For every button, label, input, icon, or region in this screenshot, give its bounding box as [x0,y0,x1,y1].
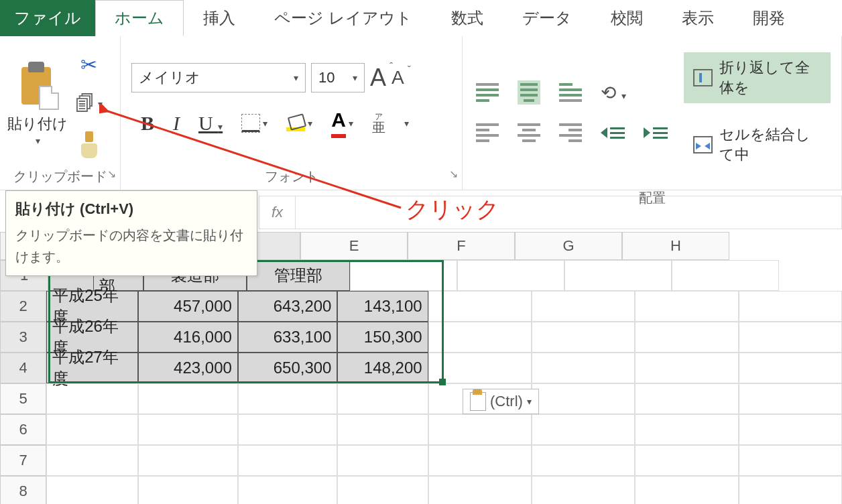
dialog-launcher-icon[interactable]: ↘ [449,168,458,180]
cell[interactable] [532,322,635,353]
cell[interactable]: 平成27年度 [46,353,138,383]
cell[interactable] [739,322,842,353]
cut-icon[interactable]: ✂ [80,53,97,76]
border-button[interactable]: ▾ [241,114,267,133]
cell[interactable] [564,260,672,291]
fill-color-button[interactable]: ▾ [286,115,312,131]
bold-button[interactable]: B [141,112,154,135]
cell[interactable]: 633,100 [238,322,338,353]
tab-review[interactable]: 校閲 [591,0,662,36]
align-bottom-icon[interactable] [559,83,582,102]
align-middle-icon[interactable] [518,80,540,105]
cell[interactable] [337,476,428,504]
cell[interactable]: 643,200 [238,291,338,322]
cell[interactable] [739,383,842,414]
increase-font-icon[interactable]: Aˆ [370,64,386,92]
align-top-icon[interactable] [476,83,499,102]
cell[interactable] [46,476,138,504]
align-right-icon[interactable] [559,123,582,142]
tab-file[interactable]: ファイル [0,0,95,36]
chevron-down-icon[interactable]: ▾ [98,99,103,109]
cell[interactable] [532,353,635,383]
cell[interactable] [739,445,842,476]
cell[interactable] [428,353,532,383]
cell[interactable] [739,353,842,383]
align-left-icon[interactable] [476,123,499,142]
increase-indent-icon[interactable] [644,127,668,139]
cell[interactable] [532,445,635,476]
cell[interactable] [46,445,138,476]
cell[interactable] [337,383,428,414]
phonetic-button[interactable]: ア亜 [372,113,385,134]
cell[interactable] [532,383,635,414]
cell[interactable] [337,445,428,476]
cell[interactable] [138,476,238,504]
tab-view[interactable]: 表示 [662,0,733,36]
paste-dropdown-icon[interactable]: ▾ [36,135,40,146]
tab-insert[interactable]: 挿入 [184,0,255,36]
cell[interactable] [138,383,238,414]
cell[interactable]: 管理部 [247,260,350,291]
wrap-text-button[interactable]: 折り返して全体を [684,52,831,103]
cell[interactable] [238,445,338,476]
row-header[interactable]: 2 [0,291,46,322]
row-header[interactable]: 7 [0,445,46,476]
cell[interactable]: 150,300 [337,322,428,353]
cell[interactable] [635,445,738,476]
cell[interactable] [739,291,842,322]
cell[interactable]: 416,000 [138,322,238,353]
cell[interactable] [428,414,532,445]
cell[interactable] [635,414,738,445]
paste-button[interactable]: 貼り付け ▾ [4,55,71,146]
font-name-select[interactable]: メイリオ▾ [131,63,306,92]
decrease-indent-icon[interactable] [601,127,625,139]
column-header[interactable]: H [622,232,729,260]
cell[interactable] [138,445,238,476]
copy-button[interactable]: 🗐 ▾ [75,92,103,115]
orientation-button[interactable]: ⟲ ▾ [601,82,626,104]
cell[interactable] [739,414,842,445]
row-header[interactable]: 3 [0,322,46,353]
cell[interactable] [635,476,738,504]
formula-input[interactable] [296,196,841,229]
cell[interactable] [532,291,635,322]
cell[interactable] [238,414,338,445]
fx-icon[interactable]: fx [259,196,296,229]
format-painter-icon[interactable] [78,131,100,158]
cell[interactable] [238,476,338,504]
cell[interactable] [457,260,564,291]
column-header[interactable]: E [300,232,408,260]
cell[interactable] [337,414,428,445]
cell[interactable] [532,414,635,445]
column-header[interactable]: G [515,232,622,260]
cell[interactable] [672,260,779,291]
align-center-icon[interactable] [518,123,540,142]
row-header[interactable]: 6 [0,414,46,445]
cell[interactable] [739,476,842,504]
merge-center-button[interactable]: セルを結合して中 [684,119,831,170]
paste-options-button[interactable]: (Ctrl) ▾ [463,389,539,414]
cell[interactable]: 650,300 [238,353,338,383]
underline-button[interactable]: U ▾ [198,112,223,135]
tab-developer[interactable]: 開発 [733,0,804,36]
font-size-select[interactable]: 10▾ [311,63,365,92]
cell[interactable] [428,322,532,353]
cell[interactable]: 143,100 [337,291,428,322]
cell[interactable]: 148,200 [337,353,428,383]
cell[interactable] [428,291,532,322]
tab-pagelayout[interactable]: ページ レイアウト [255,0,432,36]
decrease-font-icon[interactable]: Aˇ [392,67,404,88]
tab-data[interactable]: データ [503,0,591,36]
cell[interactable] [46,383,138,414]
row-header[interactable]: 8 [0,476,46,504]
cell[interactable] [532,476,635,504]
cell[interactable] [635,322,738,353]
italic-button[interactable]: I [173,112,180,135]
cell[interactable] [428,445,532,476]
row-header[interactable]: 5 [0,383,46,414]
cell[interactable] [238,383,338,414]
cell[interactable] [46,414,138,445]
font-color-button[interactable]: A▾ [331,109,353,138]
dialog-launcher-icon[interactable]: ↘ [107,168,116,180]
cell[interactable] [350,260,457,291]
